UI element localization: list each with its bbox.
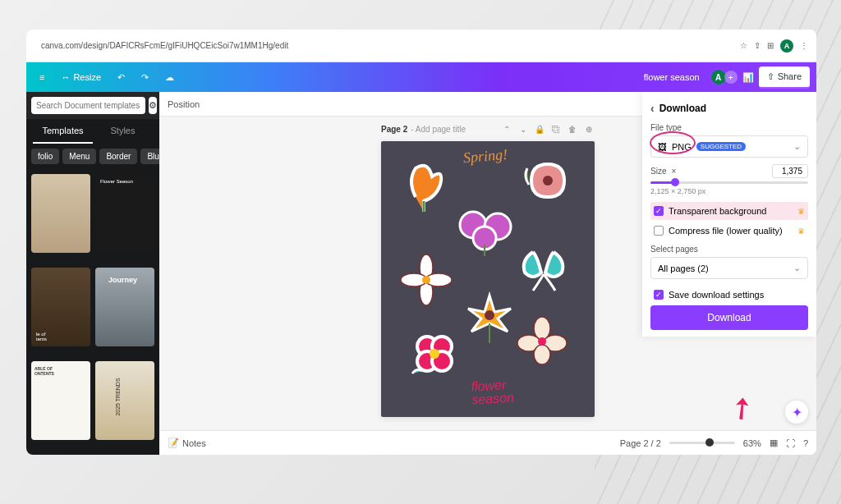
- spring-text-element[interactable]: Spring!: [462, 146, 508, 167]
- url-bar[interactable]: canva.com/design/DAFICRsFcmE/gIFiUHQCEic…: [34, 39, 740, 53]
- left-sidebar: ⚙ Templates Styles folio Menu Border Blu…: [26, 92, 159, 455]
- chevron-down-icon[interactable]: ⌄: [517, 123, 529, 135]
- redo-button[interactable]: ↷: [135, 69, 155, 86]
- share-chrome-icon[interactable]: ⇪: [754, 41, 761, 50]
- notes-icon: 📝: [168, 438, 179, 448]
- svg-point-18: [534, 345, 550, 364]
- back-button[interactable]: ‹: [650, 102, 655, 115]
- star-icon[interactable]: ☆: [740, 41, 747, 50]
- zoom-slider[interactable]: [669, 442, 735, 444]
- select-pages-label: Select pages: [650, 245, 808, 254]
- size-multiplier: ×: [671, 167, 676, 176]
- app-topbar: ≡ ↔ Resize ↶ ↷ ☁ flower season A + 📊 ⇧ S…: [26, 62, 816, 92]
- filter-button[interactable]: ⚙: [149, 97, 157, 114]
- page-number-label: Page 2: [381, 125, 407, 134]
- size-slider[interactable]: [650, 181, 808, 184]
- svg-point-9: [485, 310, 494, 320]
- share-button[interactable]: ⇧ Share: [759, 66, 810, 89]
- flower-sticker[interactable]: [399, 156, 450, 213]
- lock-icon[interactable]: 🔒: [534, 123, 545, 135]
- flower-sticker[interactable]: [404, 328, 463, 384]
- fullscreen-icon[interactable]: ⛶: [786, 438, 795, 448]
- app-window: ≡ ↔ Resize ↶ ↷ ☁ flower season A + 📊 ⇧ S…: [26, 62, 816, 455]
- help-icon[interactable]: ?: [803, 438, 808, 448]
- trash-icon[interactable]: 🗑: [567, 123, 578, 135]
- svg-point-8: [422, 276, 430, 284]
- duplicate-icon[interactable]: ⿻: [550, 123, 562, 135]
- flower-sticker[interactable]: [398, 251, 455, 309]
- save-settings-option[interactable]: ✓ Save download settings: [650, 286, 808, 304]
- filetype-select[interactable]: 🖼 PNG SUGGESTED ⌄: [650, 135, 808, 158]
- browser-avatar[interactable]: A: [780, 39, 793, 53]
- flower-sticker[interactable]: [463, 289, 516, 346]
- puzzle-icon[interactable]: ⊞: [767, 41, 774, 50]
- add-page-icon[interactable]: ⊕: [583, 123, 595, 135]
- svg-point-19: [538, 337, 546, 346]
- notes-button[interactable]: 📝 Notes: [168, 438, 206, 448]
- transparent-bg-option[interactable]: ✓ Transparent background ♛: [650, 202, 808, 220]
- size-input[interactable]: 1,375: [772, 164, 808, 178]
- template-thumbnail[interactable]: Flower Season: [95, 174, 154, 253]
- chevron-down-icon: ⌄: [793, 141, 801, 152]
- filetype-value: PNG: [672, 142, 692, 152]
- chevron-up-icon[interactable]: ⌃: [501, 123, 512, 135]
- add-collaborator-icon[interactable]: +: [724, 71, 738, 84]
- checkbox-unchecked[interactable]: [654, 226, 664, 236]
- filetype-label: File type: [650, 123, 808, 132]
- analytics-icon[interactable]: 📊: [742, 72, 754, 83]
- filter-icon: ⚙: [149, 100, 157, 111]
- browser-chrome: canva.com/design/DAFICRsFcmE/gIFiUHQCEic…: [26, 30, 816, 62]
- cloud-sync-icon[interactable]: ☁: [159, 69, 181, 86]
- dimensions-text: 2,125 × 2,750 px: [650, 187, 808, 195]
- crown-icon: ♛: [797, 227, 805, 236]
- template-thumbnail[interactable]: Journey: [95, 268, 154, 346]
- resize-button[interactable]: ↔ Resize: [54, 69, 108, 85]
- magic-button[interactable]: ✦: [785, 401, 808, 424]
- template-thumbnail[interactable]: ABLE OFONTENTS: [31, 361, 90, 440]
- panel-title: Download: [659, 103, 706, 114]
- template-search-input[interactable]: [31, 97, 145, 114]
- svg-point-14: [430, 349, 439, 359]
- template-thumbnail[interactable]: 2025 TRENDS: [95, 361, 154, 440]
- download-button[interactable]: Download: [650, 305, 808, 330]
- add-page-title[interactable]: - Add page title: [411, 125, 466, 134]
- chip-blue[interactable]: Blue: [140, 149, 159, 164]
- season-text-element[interactable]: flowerseason: [471, 378, 514, 407]
- download-panel: ‹ Download File type 🖼 PNG SUGGESTED ⌄ S…: [642, 92, 816, 337]
- compress-option[interactable]: Compress file (lower quality) ♛: [650, 222, 808, 240]
- chip-border[interactable]: Border: [99, 149, 137, 164]
- checkbox-checked[interactable]: ✓: [654, 290, 664, 300]
- sparkle-icon: ✦: [792, 405, 802, 420]
- checkbox-checked[interactable]: ✓: [654, 206, 664, 216]
- zoom-value[interactable]: 63%: [743, 438, 761, 448]
- template-thumbnail[interactable]: le oftents: [31, 268, 90, 346]
- flower-sticker[interactable]: [514, 315, 570, 366]
- chip-menu[interactable]: Menu: [62, 149, 96, 164]
- tab-templates[interactable]: Templates: [33, 119, 93, 144]
- suggested-badge: SUGGESTED: [696, 142, 746, 151]
- flower-sticker[interactable]: [519, 156, 577, 210]
- bottom-toolbar: 📝 Notes Page 2 / 2 63% ▦ ⛶ ?: [159, 430, 816, 455]
- page-header: Page 2 - Add page title ⌃ ⌄ 🔒 ⿻ 🗑 ⊕: [381, 123, 595, 135]
- tab-styles[interactable]: Styles: [93, 119, 153, 144]
- home-button[interactable]: ≡: [33, 69, 51, 85]
- document-title[interactable]: flower season: [644, 72, 700, 82]
- flower-sticker[interactable]: [453, 205, 519, 258]
- chip-folio[interactable]: folio: [31, 149, 59, 164]
- crown-icon: ♛: [797, 207, 805, 216]
- pages-select[interactable]: All pages (2) ⌄: [650, 257, 808, 279]
- grid-view-icon[interactable]: ▦: [770, 438, 778, 448]
- undo-button[interactable]: ↶: [111, 69, 131, 86]
- design-artboard[interactable]: Spring! flowerseason: [381, 141, 595, 417]
- flower-sticker[interactable]: [512, 240, 578, 299]
- page-indicator[interactable]: Page 2 / 2: [620, 438, 661, 448]
- upload-icon: ⇧: [767, 71, 774, 82]
- image-icon: 🖼: [658, 142, 667, 152]
- size-label: Size: [650, 167, 666, 176]
- menu-dots-icon[interactable]: ⋮: [800, 41, 808, 50]
- position-button[interactable]: Position: [168, 99, 200, 109]
- template-thumbnail[interactable]: [31, 174, 90, 253]
- chevron-down-icon: ⌄: [793, 263, 801, 273]
- collaborators[interactable]: A +: [710, 68, 738, 86]
- svg-point-0: [543, 176, 553, 186]
